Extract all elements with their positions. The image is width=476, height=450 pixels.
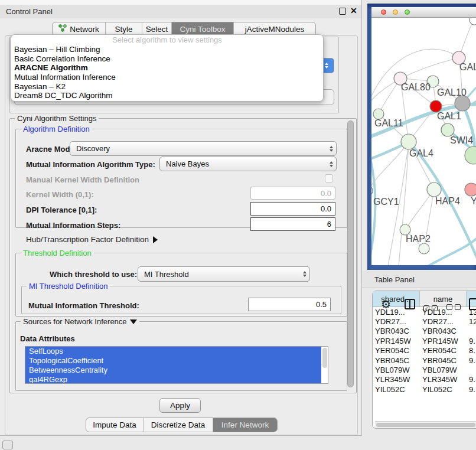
algorithm-option[interactable]: Bayesian – K2 (11, 82, 323, 92)
mini-panel-icon[interactable] (2, 441, 13, 449)
network-window-titlebar[interactable] (371, 7, 476, 18)
table-row[interactable]: YPR145WYPR145W9. (373, 336, 476, 345)
network-edge (371, 49, 459, 107)
hscroll-thumb[interactable] (376, 423, 475, 427)
manual-kernel-label: Manual Kernel Width Definition (26, 175, 139, 184)
gear-icon[interactable]: ⚙ (381, 298, 391, 311)
mi-steps-field[interactable]: 6 (250, 217, 335, 231)
network-node[interactable] (465, 146, 476, 164)
manual-kernel-checkbox[interactable] (325, 174, 333, 182)
algorithm-dropdown-popup: Select algorithm to view settings Bayesi… (11, 34, 324, 102)
node-label: HAP2 (406, 234, 431, 244)
algorithm-option[interactable]: Dream8 DC_TDC Algorithm (11, 91, 323, 100)
bottom-tab-bar: Impute DataDiscretize DataInfer Network (86, 418, 278, 432)
table-cell: YBR043C (373, 327, 420, 335)
table-row[interactable]: YIL052CYIL052C9. (373, 384, 476, 394)
network-node-swi4[interactable] (441, 123, 454, 136)
table-cell: YDR27... (420, 317, 467, 326)
attribute-item[interactable]: TopologicalCoefficient (25, 356, 321, 366)
table-cell: YDR27... (373, 317, 420, 326)
data-attributes-list[interactable]: SelfLoopsTopologicalCoefficientBetweenne… (25, 346, 328, 384)
network-node-y[interactable] (465, 183, 476, 196)
unchecked-box-icon (446, 304, 452, 310)
table-row[interactable]: YLR345WYLR345W9. (373, 375, 476, 384)
columns-icon[interactable] (405, 299, 415, 309)
attribute-item[interactable]: gal4RGexp (25, 375, 321, 384)
network-icon (58, 24, 67, 34)
node-label: GAL (459, 62, 476, 72)
tab-style[interactable]: Style (106, 22, 142, 35)
close-icon[interactable]: ✕ (350, 6, 357, 15)
hub-definition-toggle[interactable]: Hub/Transcription Factor Definition (26, 235, 158, 244)
table-cell: YPR145W (373, 337, 420, 345)
table-cell: YBL079W (373, 366, 420, 374)
algorithm-definition-title: Algorithm Definition (21, 125, 92, 133)
network-node-hap4[interactable] (427, 182, 441, 197)
network-node[interactable] (455, 96, 470, 111)
algorithm-option[interactable]: ARACNE Algorithm (11, 63, 323, 73)
mi-threshold-field[interactable]: 0.5 (248, 298, 331, 311)
table-cell: 9. (467, 356, 476, 365)
node-label: SWI4 (450, 135, 473, 145)
which-threshold-combo[interactable]: MI Threshold (138, 266, 310, 282)
zoom-traffic-light-icon[interactable] (405, 9, 410, 15)
deselect-checks-icon[interactable] (446, 302, 461, 312)
table-row[interactable]: YDR27...YDR27...12 (373, 317, 476, 326)
table-cell: YBR045C (420, 356, 467, 365)
expand-arrow-icon (153, 236, 158, 243)
network-canvas[interactable]: GALGAL80GAL10GAL1GAL11SWI4GAL4GCY1HAP4YH… (371, 18, 476, 265)
document-icon[interactable] (469, 298, 476, 310)
sources-toggle[interactable]: Sources for Network Inference (21, 317, 139, 326)
table-hscrollbar[interactable] (375, 421, 476, 428)
network-edge (400, 58, 459, 79)
network-node[interactable] (419, 243, 429, 254)
table-row[interactable]: YBR045CYBR045C9. (373, 356, 476, 365)
network-edge (371, 142, 409, 191)
table-row[interactable]: YER054CYER054C8. (373, 346, 476, 356)
network-node-gal1[interactable] (430, 100, 442, 112)
network-node[interactable] (470, 18, 476, 25)
table-cell: YLR345W (420, 375, 467, 384)
table-cell: YER054C (373, 346, 420, 355)
algorithm-option[interactable]: Mutual Information Inference (11, 73, 323, 82)
table-cell: 9. (467, 375, 476, 384)
tab-label: Impute Data (93, 420, 136, 429)
node-label: HAP4 (435, 196, 460, 206)
aracne-mode-combo[interactable]: Discovery (70, 141, 337, 156)
apply-button[interactable]: Apply (159, 398, 201, 413)
tab-discretize-data[interactable]: Discretize Data (144, 418, 213, 432)
tab-label: jActiveMNodules (245, 25, 305, 34)
checked-box-icon: ✓ (423, 305, 429, 311)
table-row[interactable]: YBR043CYBR043C (373, 327, 476, 336)
algorithm-option[interactable]: Basic Correlation Inference (11, 54, 323, 64)
mi-type-combo[interactable]: Naive Bayes (159, 156, 337, 171)
mi-type-label: Mutual Information Algorithm Type: (26, 160, 155, 169)
settings-scrollbar[interactable] (347, 120, 354, 387)
screen: Control Panel ✕ NetworkStyleSelectCyni T… (0, 0, 476, 450)
select-all-checks-icon[interactable]: ✓ ✓ (423, 302, 438, 312)
close-traffic-light-icon[interactable] (381, 9, 386, 15)
list-scrollbar[interactable] (322, 348, 327, 368)
algorithm-option[interactable]: Bayesian – Hill Climbing (11, 45, 323, 54)
network-node-gal4[interactable] (401, 134, 416, 149)
kernel-width-field[interactable]: 0.0 (250, 187, 335, 200)
network-node-gcy1[interactable] (371, 185, 373, 196)
attribute-item[interactable]: SelfLoops (25, 347, 321, 356)
tab-network[interactable]: Network (53, 22, 106, 35)
table-cell: YIL052C (373, 385, 420, 394)
tab-impute-data[interactable]: Impute Data (86, 418, 144, 432)
checked-box-icon: ✓ (432, 305, 438, 311)
minimize-traffic-light-icon[interactable] (393, 9, 398, 15)
tab-select[interactable]: Select (142, 22, 172, 35)
tab-infer-network[interactable]: Infer Network (213, 418, 277, 432)
tab-cyni-toolbox[interactable]: Cyni Toolbox (172, 22, 234, 35)
dpi-tolerance-field[interactable]: 0.0 (250, 202, 335, 216)
mi-threshold-definition-title: MI Threshold Definition (27, 282, 110, 291)
table-row[interactable]: YBL079WYBL079W (373, 365, 476, 374)
float-window-icon[interactable] (339, 8, 346, 15)
hub-definition-label: Hub/Transcription Factor Definition (26, 235, 149, 244)
attribute-item[interactable]: BetweennessCentrality (25, 366, 321, 375)
table-cell: YLR345W (373, 375, 420, 384)
tab-jactivemnodules[interactable]: jActiveMNodules (234, 22, 315, 35)
which-threshold-label: Which threshold to use: (50, 270, 137, 279)
